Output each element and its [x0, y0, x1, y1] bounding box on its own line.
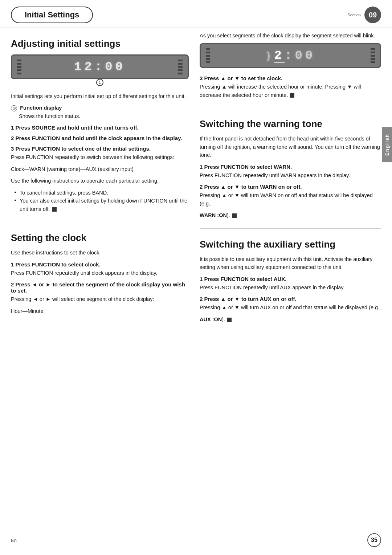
- divider-warn: [200, 108, 381, 108]
- bullet-list: To cancel initial settings, press BAND. …: [11, 189, 189, 213]
- page-header: Initial Settings Section 09: [0, 0, 392, 28]
- bar: [371, 58, 375, 60]
- left-column: Adjusting initial settings 12:00: [11, 28, 189, 327]
- aux-step1-heading: 1 Press FUNCTION to select AUX.: [200, 276, 381, 282]
- bar: [206, 48, 210, 50]
- stop-icon: [227, 318, 232, 322]
- bar: [178, 69, 183, 71]
- step3-body3: Use the following instructions to operat…: [11, 177, 189, 185]
- clock-right-intro: As you select segments of the clock disp…: [200, 32, 381, 40]
- step3-body2: Clock—WARN (warning tone)—AUX (auxiliary…: [11, 165, 189, 173]
- aux-step2-body: Pressing ▲ or ▼ will turn AUX on or off …: [200, 303, 381, 311]
- aux-title: Switching the auxiliary setting: [200, 239, 381, 250]
- display-device-2: )22:00:00: [200, 43, 381, 68]
- bar: [17, 63, 21, 65]
- step3-heading: 3 Press FUNCTION to select one of the in…: [11, 146, 189, 152]
- warn-title: Switching the warning tone: [200, 118, 381, 130]
- bullet-item-1: To cancel initial settings, press BAND.: [15, 189, 189, 197]
- bar: [206, 58, 210, 60]
- page-footer: En 35: [0, 533, 392, 547]
- clock-intro: Use these instructions to set the clock.: [11, 249, 189, 257]
- bar: [206, 52, 210, 53]
- bars-right-2: [371, 48, 375, 63]
- step1-heading: 1 Press SOURCE and hold until the unit t…: [11, 125, 189, 131]
- intro-text: Initial settings lets you perform initia…: [11, 92, 189, 100]
- blink-prefix: ): [265, 50, 274, 62]
- setting-clock-title: Setting the clock: [11, 232, 189, 244]
- page-number-badge: 35: [367, 533, 381, 547]
- bars-left-2: [206, 48, 210, 63]
- bar: [17, 69, 21, 71]
- bar: [17, 60, 21, 61]
- circle-num-icon: ①: [11, 105, 17, 111]
- bar: [178, 73, 183, 74]
- right-column: As you select segments of the clock disp…: [200, 28, 381, 327]
- stop-icon: [52, 207, 57, 212]
- warn-on: WARN :ON).: [200, 211, 381, 219]
- bar: [178, 60, 183, 61]
- warn-step1-body: Press FUNCTION repeatedly until WARN app…: [200, 171, 381, 179]
- step3-body1: Press FUNCTION repeatedly to switch betw…: [11, 153, 189, 161]
- blink-digit: 2: [274, 49, 285, 63]
- main-content: Adjusting initial settings 12:00: [0, 28, 392, 327]
- bar: [178, 63, 183, 65]
- clock-step1-body: Press FUNCTION repeatedly until clock ap…: [11, 269, 189, 277]
- clock-step2-heading: 2 Press ◄ or ► to select the segment of …: [11, 281, 189, 294]
- display-device-1: 12:00 1: [11, 54, 189, 79]
- aux-step1-body: Press FUNCTION repeatedly until AUX appe…: [200, 283, 381, 291]
- function-display-heading: ① Function display: [11, 105, 189, 111]
- section-number: 09: [369, 11, 377, 19]
- stop-icon: [232, 213, 237, 218]
- bar: [371, 61, 375, 63]
- function-display-label: Function display: [20, 105, 62, 111]
- step2-heading: 2 Press FUNCTION and hold until the cloc…: [11, 135, 189, 141]
- clock-step3-body: Pressing ▲ will increase the selected ho…: [200, 83, 381, 99]
- warn-step1-heading: 1 Press FUNCTION to select WARN.: [200, 164, 381, 170]
- bar: [17, 66, 21, 68]
- clock-step1-heading: 1 Press FUNCTION to select clock.: [11, 261, 189, 268]
- aux-intro: It is possible to use auxiliary equipmen…: [200, 255, 381, 272]
- bars-left-1: [17, 60, 21, 74]
- bar: [206, 55, 210, 57]
- bars-right-1: [178, 60, 183, 74]
- warn-intro: If the front panel is not detached from …: [200, 135, 381, 159]
- clock-step2-body2: Hour—Minute: [11, 307, 189, 315]
- figure-marker-1: 1: [96, 79, 103, 86]
- language-tab: English: [382, 127, 392, 162]
- bar: [371, 55, 375, 57]
- page-number: 35: [371, 537, 377, 543]
- section-label: Section: [347, 13, 361, 17]
- divider: [11, 222, 189, 222]
- bar: [178, 66, 183, 68]
- section-number-badge: 09: [364, 7, 381, 23]
- warn-on-text: WARN :ON: [200, 212, 227, 218]
- footer-en-label: En: [11, 538, 17, 543]
- section-title-badge: Initial Settings: [11, 7, 93, 23]
- clock-step2-body1: Pressing ◄ or ► will select one segment …: [11, 295, 189, 303]
- header-right: Section 09: [347, 7, 381, 23]
- aux-step2-heading: 2 Press ▲ or ▼ to turn AUX on or off.: [200, 296, 381, 302]
- aux-on-text: AUX :ON: [200, 317, 222, 322]
- stop-icon: [290, 93, 294, 98]
- bar: [17, 73, 21, 74]
- aux-on: AUX :ON).: [200, 315, 381, 323]
- warn-step2-body: Pressing ▲ or ▼ will turn WARN on or off…: [200, 191, 381, 208]
- section-title-text: Initial Settings: [25, 10, 79, 19]
- clock-step3-heading: 3 Press ▲ or ▼ to set the clock.: [200, 75, 381, 81]
- adjusting-title: Adjusting initial settings: [11, 38, 189, 49]
- clock-display-2: )22:00:00: [210, 49, 371, 62]
- bar: [371, 52, 375, 53]
- bar: [206, 61, 210, 63]
- function-display-desc: Shows the function status.: [11, 112, 189, 120]
- clock-display-1: 12:00: [21, 60, 178, 74]
- divider-aux: [200, 228, 381, 229]
- warn-step2-heading: 2 Press ▲ or ▼ to turn WARN on or off.: [200, 184, 381, 190]
- bar: [371, 48, 375, 50]
- bullet-item-2: You can also cancel initial settings by …: [15, 197, 189, 213]
